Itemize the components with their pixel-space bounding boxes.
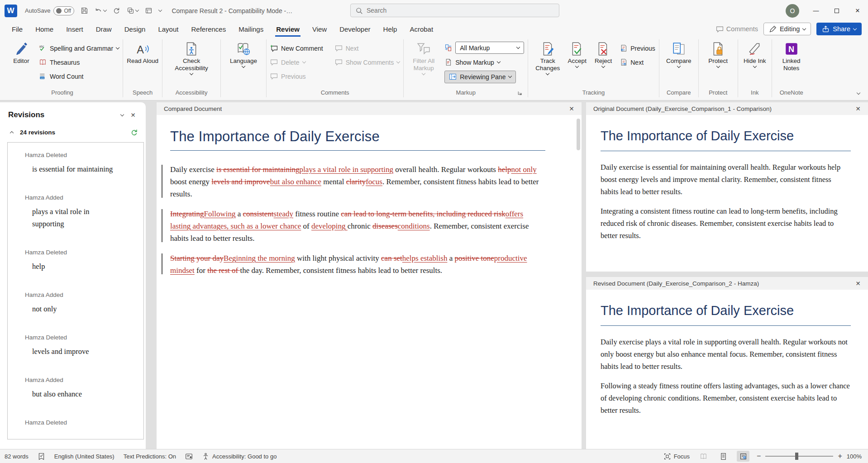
read-mode-button[interactable] <box>697 451 710 462</box>
tab-layout[interactable]: Layout <box>152 21 185 37</box>
autosave-toggle[interactable]: Off <box>53 6 74 15</box>
close-button[interactable]: ✕ <box>847 0 868 21</box>
previous-change-button[interactable]: Previous <box>620 41 655 55</box>
compared-document-body[interactable]: The Importance of Daily Exercise Daily e… <box>157 115 582 449</box>
touch-mode-button[interactable] <box>127 7 138 14</box>
revision-item[interactable]: Hamza Deletedhelp <box>25 249 140 272</box>
tab-developer[interactable]: Developer <box>333 21 377 37</box>
search-box[interactable] <box>350 4 559 17</box>
avatar[interactable]: O <box>786 4 799 18</box>
revised-document-body[interactable]: The Importance of Daily Exercise Daily e… <box>586 290 868 449</box>
maximize-button[interactable] <box>826 0 847 21</box>
language-status[interactable]: English (United States) <box>54 453 114 460</box>
reviewing-pane-button[interactable]: Reviewing Pane <box>444 71 516 83</box>
zoom-level[interactable]: 100% <box>847 453 862 460</box>
display-for-review-select[interactable]: All Markup <box>455 42 524 54</box>
revision-item[interactable]: Hamza Addedbut also enhance <box>25 377 140 400</box>
zoom-in-button[interactable]: + <box>838 452 842 460</box>
text-predictions-status[interactable]: Text Predictions: On <box>124 453 176 460</box>
revisions-collapse-button[interactable] <box>8 127 15 138</box>
zoom-out-button[interactable]: − <box>757 452 761 460</box>
reject-button[interactable]: Reject <box>591 40 616 88</box>
next-comment-button[interactable]: Next <box>335 41 400 55</box>
revisions-refresh-button[interactable] <box>129 127 139 138</box>
document-paragraph: Daily exercise plays a vital role in sup… <box>601 336 851 372</box>
read-aloud-button[interactable]: A Read Aloud <box>127 40 158 88</box>
delete-comment-button[interactable]: Delete <box>270 55 323 69</box>
revision-item[interactable]: Hamza Addedplays a vital role in support… <box>25 194 140 230</box>
zoom-slider[interactable] <box>765 456 833 457</box>
accessibility-status[interactable]: Accessibility: Good to go <box>202 453 277 460</box>
group-label-compare: Compare <box>663 88 695 99</box>
new-comment-button[interactable]: New Comment <box>270 41 323 55</box>
revisions-pane-menu-button[interactable] <box>117 110 128 120</box>
tab-help[interactable]: Help <box>377 21 404 37</box>
check-accessibility-button[interactable]: Check Accessibility <box>166 40 217 88</box>
previous-comment-button[interactable]: Previous <box>270 69 323 83</box>
web-layout-globe-icon <box>739 453 747 460</box>
read-aloud-icon: A <box>135 42 150 56</box>
protect-button[interactable]: Protect <box>702 40 734 88</box>
customize-qat-button[interactable] <box>145 7 153 14</box>
compared-scrollbar[interactable] <box>576 118 581 445</box>
tab-file[interactable]: File <box>5 21 29 37</box>
hide-ink-button[interactable]: Hide Ink <box>742 40 768 88</box>
spelling-grammar-button[interactable]: abc Spelling and Grammar <box>39 41 119 55</box>
compared-pane-close-button[interactable]: ✕ <box>566 103 577 114</box>
markup-dialog-launcher[interactable] <box>514 87 525 98</box>
thesaurus-button[interactable]: Thesaurus <box>39 55 119 69</box>
linked-notes-button[interactable]: N Linked Notes <box>776 40 807 88</box>
tab-draw[interactable]: Draw <box>90 21 118 37</box>
print-layout-button[interactable] <box>717 451 730 462</box>
qat-menu-button[interactable] <box>159 10 162 11</box>
tab-design[interactable]: Design <box>118 21 152 37</box>
focus-mode-button[interactable]: Focus <box>663 453 690 460</box>
tab-home[interactable]: Home <box>29 21 60 37</box>
original-pane-close-button[interactable]: ✕ <box>853 103 863 114</box>
tab-view[interactable]: View <box>306 21 333 37</box>
search-input[interactable] <box>367 7 539 14</box>
collapse-ribbon-button[interactable] <box>857 89 860 95</box>
zoom-slider-thumb[interactable] <box>795 453 798 460</box>
save-button[interactable] <box>81 7 88 14</box>
revision-item[interactable]: Hamza Deletedlevels and improve <box>25 334 140 358</box>
revision-item[interactable]: Hamza Addednot only <box>25 291 140 315</box>
revision-item[interactable]: Hamza Deletedis essential for maintainin… <box>25 152 140 175</box>
revisions-list: Hamza Deletedis essential for maintainin… <box>7 142 144 439</box>
revisions-pane-close-button[interactable]: ✕ <box>128 110 138 120</box>
compare-button[interactable]: Compare <box>663 40 695 88</box>
undo-button[interactable] <box>95 7 106 14</box>
show-comments-button[interactable]: Show Comments <box>335 55 400 69</box>
word-count-status[interactable]: 82 words <box>5 453 29 460</box>
svg-text:N: N <box>788 45 794 54</box>
minimize-button[interactable]: — <box>806 0 826 21</box>
title-underline <box>601 151 851 151</box>
revised-pane-close-button[interactable]: ✕ <box>853 278 863 289</box>
language-button[interactable]: Language <box>224 40 262 88</box>
accept-button[interactable]: Accept <box>564 40 590 88</box>
editing-mode-button[interactable]: Editing <box>763 23 811 35</box>
group-language: Language <box>221 37 266 100</box>
proofing-status-button[interactable] <box>38 453 45 460</box>
tab-mailings[interactable]: Mailings <box>232 21 270 37</box>
filter-markup-button[interactable]: Filter All Markup <box>407 40 440 88</box>
editor-button[interactable]: Editor <box>5 40 37 88</box>
tab-references[interactable]: References <box>185 21 232 37</box>
share-button[interactable]: Share <box>816 23 862 35</box>
editing-display-button[interactable] <box>185 453 193 460</box>
touch-mode-icon <box>127 7 134 14</box>
track-changes-button[interactable]: Track Changes <box>532 40 563 88</box>
tab-acrobat[interactable]: Acrobat <box>403 21 439 37</box>
title-underline <box>170 150 545 151</box>
revision-item[interactable]: Hamza Deleted <box>25 419 140 426</box>
tab-insert[interactable]: Insert <box>60 21 90 37</box>
revisions-menu-chevron-icon <box>120 112 124 116</box>
original-document-body[interactable]: The Importance of Daily Exercise Daily e… <box>586 115 868 272</box>
show-markup-button[interactable]: Show Markup <box>444 56 524 68</box>
tab-review[interactable]: Review <box>270 21 306 37</box>
redo-button[interactable] <box>113 7 120 14</box>
comments-button[interactable]: Comments <box>716 25 758 33</box>
word-count-button[interactable]: 123 Word Count <box>39 69 119 83</box>
next-change-button[interactable]: Next <box>620 55 655 69</box>
web-layout-button[interactable] <box>737 451 749 462</box>
